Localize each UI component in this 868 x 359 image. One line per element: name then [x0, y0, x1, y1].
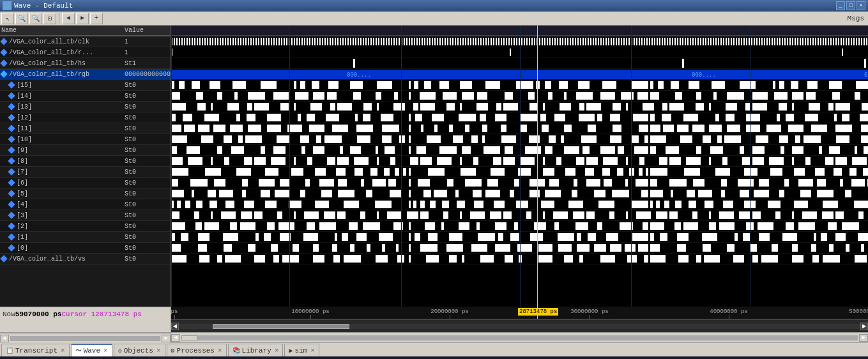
scroll-thumb[interactable] [213, 324, 349, 329]
timeline-tick [174, 315, 175, 319]
wave-row [171, 199, 868, 210]
wave-tab-close[interactable]: × [103, 347, 108, 355]
signal-row[interactable]: /VGA_color_all_tb/rgb000000000000000 [0, 69, 171, 80]
zoom-in-button[interactable]: 🔍 [15, 13, 28, 24]
close-button[interactable]: × [857, 1, 865, 10]
tab-objects[interactable]: ◇Objects× [114, 344, 165, 356]
wave-scroll-right[interactable]: ► [859, 334, 868, 342]
signal-row[interactable]: [14]St0 [0, 91, 171, 102]
zoom-fit-button[interactable]: ⊡ [43, 13, 56, 24]
signal-name-label: [5] [17, 190, 125, 197]
scroll-track[interactable] [179, 324, 860, 329]
signal-row[interactable]: /VGA_color_all_tb/clk1 [0, 36, 171, 47]
signal-row[interactable]: [13]St0 [0, 102, 171, 112]
sim-tab-close[interactable]: × [310, 347, 315, 355]
signal-value-label: St0 [125, 256, 169, 263]
transcript-tab-close[interactable]: × [61, 347, 65, 355]
signal-icon [0, 70, 7, 77]
processes-tab-close[interactable]: × [218, 347, 222, 355]
hscrollbar-row: ◄ ► ◄ ► [0, 332, 868, 342]
signal-icon [8, 179, 15, 186]
tab-wave[interactable]: 〜Wave× [71, 344, 112, 356]
status-timeline-row: Now 59070000 ps Cursor 1 28713478 ps ps1… [0, 307, 868, 332]
left-scroll-track[interactable] [10, 336, 160, 341]
wave-row [171, 243, 868, 254]
signal-row[interactable]: [2]St0 [0, 221, 171, 232]
signal-row[interactable]: [12]St0 [0, 112, 171, 123]
next-button[interactable]: ► [76, 13, 89, 24]
window-title: Wave - Default [14, 2, 836, 10]
cursor-time-label: 28713478 ps [518, 308, 558, 316]
now-value: 59070000 ps [15, 310, 62, 318]
left-scroll-right[interactable]: ► [162, 335, 171, 342]
signal-row[interactable]: [6]St0 [0, 178, 171, 188]
add-wave-button[interactable]: + [90, 13, 103, 24]
app-icon [3, 1, 11, 10]
signal-name-label: [1] [17, 234, 125, 241]
signal-value-label: St0 [125, 212, 169, 219]
signal-row[interactable]: [1]St0 [0, 232, 171, 243]
objects-tab-close[interactable]: × [156, 347, 161, 355]
scroll-right-button[interactable]: ► [860, 323, 868, 330]
left-scroll-left[interactable]: ◄ [0, 335, 9, 342]
prev-button[interactable]: ◄ [62, 13, 75, 24]
maximize-button[interactable]: □ [846, 1, 855, 10]
signal-name-label: [7] [17, 169, 125, 176]
wave-tab-icon: 〜 [75, 346, 82, 355]
wave-row [171, 221, 868, 232]
signal-name-label: [3] [17, 212, 125, 219]
timeline-scrollbar: ◄ ► [171, 319, 868, 332]
minimize-button[interactable]: _ [836, 1, 845, 10]
wave-row [171, 167, 868, 178]
left-hscroll: ◄ ► [0, 333, 171, 343]
library-tab-close[interactable]: × [275, 347, 279, 355]
library-tab-icon: 📚 [232, 347, 240, 355]
signal-value-label: St0 [125, 114, 169, 121]
wave-row [171, 47, 868, 58]
sim-tab-icon: ▶ [289, 347, 293, 355]
signal-row[interactable]: /VGA_color_all_tb/r...1 [0, 47, 171, 58]
signal-row[interactable]: [7]St0 [0, 167, 171, 178]
zoom-out-button[interactable]: 🔍 [29, 13, 42, 24]
signal-row[interactable]: /VGA_color_all_tb/hsSt1 [0, 58, 171, 69]
signal-row[interactable]: [0]St0 [0, 243, 171, 254]
signal-row[interactable]: [9]St0 [0, 145, 171, 156]
tab-processes[interactable]: ⚙Processes× [167, 344, 227, 356]
signal-row[interactable]: [3]St0 [0, 210, 171, 221]
timeline-label: 50000000 ps [849, 309, 868, 315]
signal-icon [8, 233, 15, 240]
tab-transcript[interactable]: 📋Transcript× [1, 344, 70, 356]
wave-row [171, 134, 868, 145]
wave-header-spacer [171, 26, 868, 36]
wave-row [171, 210, 868, 221]
signal-value-label: 1 [125, 49, 169, 56]
tab-sim[interactable]: ▶sim× [284, 344, 319, 356]
signal-name-label: /VGA_color_all_tb/vs [9, 256, 125, 263]
signal-row[interactable]: [4]St0 [0, 199, 171, 210]
wave-scroll-track[interactable] [181, 335, 858, 340]
timeline-label: ps [171, 309, 178, 315]
wave-panel[interactable] [171, 26, 868, 307]
transcript-tab-icon: 📋 [6, 347, 13, 355]
signal-row[interactable]: [15]St0 [0, 80, 171, 91]
signal-row[interactable]: [10]St0 [0, 134, 171, 145]
wave-scroll-thumb[interactable] [181, 335, 197, 340]
wave-row [171, 36, 868, 47]
signal-row[interactable]: [5]St0 [0, 188, 171, 199]
signal-name-label: [9] [17, 147, 125, 154]
signal-icon [8, 222, 15, 229]
tab-library[interactable]: 📚Library× [228, 344, 284, 356]
processes-tab-label: Processes [177, 347, 215, 355]
status-bar: Now 59070000 ps Cursor 1 28713478 ps [0, 307, 171, 332]
signal-name-label: [8] [17, 158, 125, 165]
timeline-tick [310, 315, 311, 319]
signal-row[interactable]: [8]St0 [0, 156, 171, 167]
now-label: Now [3, 310, 15, 318]
wave-scroll-left[interactable]: ◄ [171, 334, 180, 342]
signal-row[interactable]: [11]St0 [0, 123, 171, 134]
cursor-tool-button[interactable]: ↖ [1, 13, 14, 24]
signal-row[interactable]: /VGA_color_all_tb/vsSt0 [0, 254, 171, 264]
scroll-left-button[interactable]: ◄ [171, 323, 179, 330]
signal-icon [8, 146, 15, 153]
signal-name-label: [13] [17, 103, 125, 111]
